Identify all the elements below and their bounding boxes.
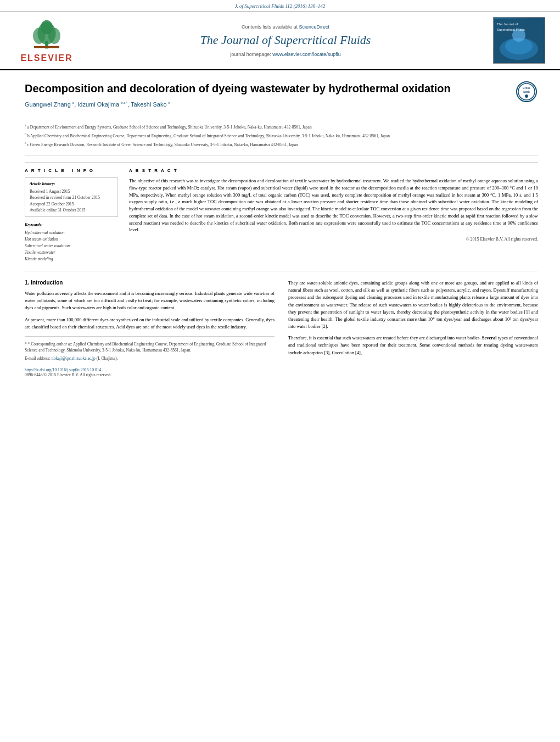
crossmark-icon: Cross Mark	[516, 81, 537, 102]
intro-section-title: 1. Introduction	[25, 280, 275, 286]
article-title-section: Decomposition and decoloration of dyeing…	[25, 81, 538, 116]
received-revised-date: Received in revised form 21 October 2015	[30, 194, 113, 200]
keyword-3: Subcritical water oxidation	[25, 243, 118, 249]
keyword-2: Hot steam oxidation	[25, 236, 118, 243]
footnote-star: * * Corresponding author at: Applied Che…	[25, 341, 275, 354]
elsevier-logo: ELSEVIER	[20, 18, 72, 63]
footnote-section: * * Corresponding author at: Applied Che…	[25, 336, 275, 362]
intro-right-paragraph-1: They are water-soluble anionic dyes, con…	[288, 280, 538, 330]
header-right: The Journal of Supercritical Fluids	[489, 17, 549, 64]
affil-a: a a Department of Environment and Energy…	[25, 123, 538, 130]
article-info-abstract-section: A R T I C L E I N F O Article history: R…	[25, 162, 538, 263]
article-title-text: Decomposition and decoloration of dyeing…	[25, 81, 508, 112]
intro-right-paragraph-2: Therefore, it is essential that such was…	[288, 334, 538, 356]
journal-top-bar: J. of Supercritical Fluids 112 (2016) 13…	[0, 0, 560, 12]
received-date: Received 1 August 2015	[30, 188, 113, 194]
crossmark-badge: Cross Mark	[516, 81, 538, 103]
affil-c: c c Green Energy Research Division, Rese…	[25, 141, 538, 148]
svg-text:Supercritical Fluids: Supercritical Fluids	[497, 28, 525, 31]
affiliations: a a Department of Environment and Energy…	[25, 123, 538, 155]
article-title: Decomposition and decoloration of dyeing…	[25, 81, 508, 96]
footnote-email: E-mail address: tiokaji@ipc.shizuoka.ac.…	[25, 355, 275, 361]
content-left: 1. Introduction Water pollution adversel…	[25, 280, 275, 377]
header-center: Contents lists available at ScienceDirec…	[88, 17, 483, 64]
journal-citation: J. of Supercritical Fluids 112 (2016) 13…	[235, 3, 326, 9]
issn-text: 0896-8446/© 2015 Elsevier B.V. All right…	[25, 372, 275, 377]
article-authors: Guangwei Zhang a, Idzumi Okajima b,c,*, …	[25, 101, 508, 108]
article-info-box: Article history: Received 1 August 2015 …	[25, 177, 118, 217]
keywords-label: Keywords:	[25, 222, 118, 227]
abstract-text: The objective of this research was to in…	[129, 177, 538, 233]
svg-point-15	[525, 94, 528, 98]
doi-anchor[interactable]: http://dx.doi.org/10.1016/j.supflu.2015.…	[25, 367, 101, 372]
sciencedirect-link[interactable]: ScienceDirect	[299, 24, 330, 30]
homepage-line: journal homepage: www.elsevier.com/locat…	[230, 52, 341, 57]
svg-text:Mark: Mark	[523, 90, 530, 93]
keyword-5: Kinetic modeling	[25, 256, 118, 263]
intro-paragraph-1: Water pollution adversely affects the en…	[25, 290, 275, 312]
contents-line: Contents lists available at ScienceDirec…	[242, 24, 329, 30]
elsevier-brand-text: ELSEVIER	[20, 53, 72, 63]
right-column: A B S T R A C T The objective of this re…	[129, 168, 538, 263]
abstract-header: A B S T R A C T	[129, 168, 538, 173]
content-right: They are water-soluble anionic dyes, con…	[288, 280, 538, 377]
intro-paragraph-2: At present, more than 100,000 different …	[25, 316, 275, 331]
header-section: ELSEVIER Contents lists available at Sci…	[0, 12, 560, 70]
keywords-section: Keywords: Hydrothermal oxidation Hot ste…	[25, 222, 118, 263]
available-date: Available online 31 October 2015	[30, 207, 113, 213]
svg-text:Cross: Cross	[523, 86, 530, 90]
doi-section: http://dx.doi.org/10.1016/j.supflu.2015.…	[25, 367, 275, 377]
cover-svg: The Journal of Supercritical Fluids	[494, 19, 544, 63]
keyword-4: Textile wastewater	[25, 249, 118, 256]
svg-rect-5	[34, 46, 59, 48]
section-divider	[25, 271, 538, 271]
introduction-section: 1. Introduction Water pollution adversel…	[25, 280, 538, 377]
elsevier-tree-icon	[22, 18, 71, 51]
homepage-link[interactable]: www.elsevier.com/locate/supflu	[272, 52, 341, 57]
page-wrapper: J. of Supercritical Fluids 112 (2016) 13…	[0, 0, 560, 742]
keyword-1: Hydrothermal oxidation	[25, 230, 118, 236]
article-main: Decomposition and decoloration of dyeing…	[0, 70, 560, 388]
svg-text:The Journal of: The Journal of	[497, 23, 518, 26]
header-left: ELSEVIER	[11, 17, 82, 64]
article-history-label: Article history:	[30, 181, 113, 186]
journal-title: The Journal of Supercritical Fluids	[200, 33, 371, 47]
doi-link: http://dx.doi.org/10.1016/j.supflu.2015.…	[25, 367, 275, 372]
left-column: A R T I C L E I N F O Article history: R…	[25, 168, 118, 263]
accepted-date: Accepted 22 October 2015	[30, 201, 113, 207]
journal-cover-image: The Journal of Supercritical Fluids	[493, 17, 545, 64]
affil-b: b b Applied Chemistry and Biochemical En…	[25, 132, 538, 139]
svg-point-4	[41, 20, 53, 34]
footnote-email-link[interactable]: tiokaji@ipc.shizuoka.ac.jp	[52, 356, 96, 361]
article-info-header: A R T I C L E I N F O	[25, 168, 118, 173]
copyright-line: © 2015 Elsevier B.V. All rights reserved…	[129, 237, 538, 242]
